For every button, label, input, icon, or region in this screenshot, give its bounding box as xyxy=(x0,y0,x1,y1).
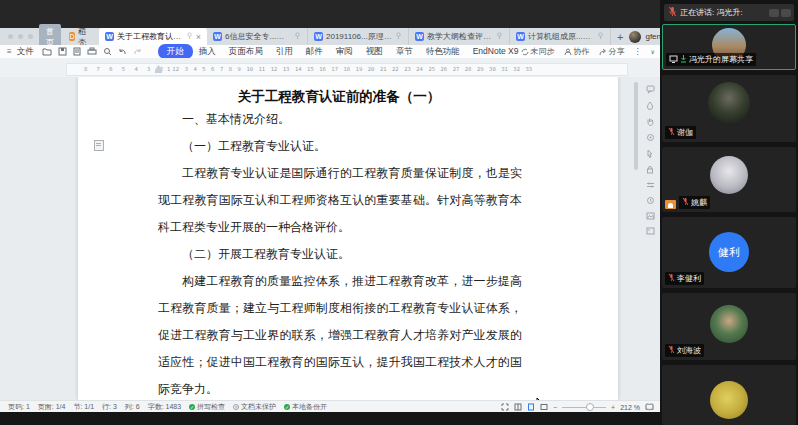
picture-tool-icon[interactable] xyxy=(646,212,655,220)
doc-tab-label: 教学大纲检查评分表.docx xyxy=(427,31,493,42)
document-protect-status[interactable]: × 文档未保护 xyxy=(233,402,276,412)
export-pdf-icon[interactable] xyxy=(73,47,81,56)
ribbon-tab-page-layout[interactable]: 页面布局 xyxy=(229,46,263,58)
zoom-in-button[interactable]: + xyxy=(611,404,615,411)
mic-muted-icon xyxy=(682,197,689,208)
quick-access-toolbar xyxy=(42,47,142,56)
mic-muted-icon xyxy=(668,6,677,19)
doc-line: 一、基本情况介绍。 xyxy=(158,111,522,128)
doc-tab[interactable]: W 6信息安全专...年度报备材料 xyxy=(207,28,308,45)
ribbon-tab-special-features[interactable]: 特色功能 xyxy=(426,46,460,58)
ribbon-tab-mailings[interactable]: 邮件 xyxy=(306,46,323,58)
host-badge-icon xyxy=(665,200,676,209)
print-layout-icon[interactable] xyxy=(527,403,535,412)
speaking-label: 正在讲话: 冯光升: xyxy=(680,7,743,18)
ribbon-tab-endnote[interactable]: EndNote X9 xyxy=(473,46,519,58)
pin-icon[interactable] xyxy=(294,32,301,41)
ribbon-tab-references[interactable]: 引用 xyxy=(276,46,293,58)
ribbon-tab-review[interactable]: 审阅 xyxy=(336,46,353,58)
local-backup-status[interactable]: ✓ 本地备份开 xyxy=(284,402,327,412)
status-line: 行: 3 xyxy=(102,402,117,412)
web-layout-icon[interactable] xyxy=(540,403,548,412)
doc-line: 工程教育质量；建立与工程师制度相衔接的工程教育专业认证体系， xyxy=(158,300,522,316)
writer-doc-icon: W xyxy=(105,32,114,41)
pin-icon[interactable] xyxy=(395,32,402,41)
print-preview-icon[interactable] xyxy=(103,47,112,56)
locate-icon[interactable] xyxy=(646,133,655,142)
participant-avatar xyxy=(710,381,748,419)
participant-tile[interactable]: 谢伽 xyxy=(662,75,796,142)
redo-icon[interactable] xyxy=(133,48,142,56)
window-control-dots[interactable] xyxy=(8,34,33,39)
participant-avatar xyxy=(710,305,748,343)
fullscreen-icon[interactable] xyxy=(501,403,509,412)
undo-icon[interactable] xyxy=(118,48,127,56)
horizontal-ruler[interactable]: 8 7 6 5 4 3 2 1 1 2 3 4 5 6 7 8 9 10 11 … xyxy=(0,58,660,77)
highlighter-icon[interactable] xyxy=(646,101,654,110)
ruler-strip: 8 7 6 5 4 3 2 1 1 2 3 4 5 6 7 8 9 10 11 … xyxy=(66,63,628,76)
select-pointer-icon[interactable] xyxy=(646,149,654,158)
share-letterbox-top xyxy=(0,0,660,28)
participant-tile[interactable]: 刘海波 xyxy=(662,293,796,360)
doc-line: 构建工程教育的质量监控体系，推进工程教育改革，进一步提高 xyxy=(158,273,522,289)
lock-icon[interactable] xyxy=(646,165,654,174)
ribbon-tab-section[interactable]: 章节 xyxy=(396,46,413,58)
menu-bar: ≡ 文件 开始 插入 页面布局 引用 邮件 审阅 视图 章节 特色功能 xyxy=(0,45,660,59)
collaborate-icon xyxy=(564,48,572,56)
spell-check-status[interactable]: ✓ 拼写检查 xyxy=(189,402,225,412)
menu-file[interactable]: 文件 xyxy=(17,46,34,58)
doc-line: 促进工程教育与工业界的联系，增强工程教育人才培养对产业发展的 xyxy=(158,327,522,343)
collapse-ribbon-icon[interactable]: ∨ xyxy=(651,48,655,55)
mic-muted-icon xyxy=(668,345,675,356)
layout-toggle-icons[interactable] xyxy=(769,9,791,17)
save-icon[interactable] xyxy=(58,47,67,56)
mic-muted-icon xyxy=(668,273,675,284)
participant-avatar: 健利 xyxy=(709,232,749,272)
history-icon[interactable] xyxy=(646,196,655,205)
more-menu-icon[interactable]: ⋮ xyxy=(634,47,642,56)
open-icon[interactable] xyxy=(42,47,52,56)
hand-tool-icon[interactable] xyxy=(646,117,655,126)
screenshot-tool-icon[interactable] xyxy=(646,227,655,235)
zoom-slider[interactable] xyxy=(562,407,606,408)
participant-name-label: 刘海波 xyxy=(665,344,704,357)
participant-tile[interactable] xyxy=(662,365,796,425)
close-icon[interactable]: × xyxy=(196,32,201,42)
vertical-scrollbar[interactable] xyxy=(634,82,638,170)
share-button[interactable]: 分享 xyxy=(599,46,625,57)
zoom-level[interactable]: 212 % xyxy=(620,404,640,411)
hamburger-icon[interactable]: ≡ xyxy=(7,47,12,56)
doc-tab[interactable]: W 20191106...原理-教学大纲 xyxy=(308,28,409,45)
ribbon-tab-home[interactable]: 开始 xyxy=(158,44,193,59)
doc-tab-active[interactable]: W 关于工程教育认证前的准备 × xyxy=(99,28,207,45)
comment-marker-icon[interactable] xyxy=(94,140,104,151)
document-area[interactable]: 关于工程教育认证前的准备（一） 一、基本情况介绍。 （一）工程教育专业认证。 工… xyxy=(0,77,660,400)
participant-avatar xyxy=(710,156,748,194)
collaborate-button[interactable]: 协作 xyxy=(564,46,590,57)
sync-icon xyxy=(521,48,529,56)
comment-tool-icon[interactable] xyxy=(646,85,655,94)
participant-tile-screenshare[interactable]: 冯光升的屏幕共享 xyxy=(662,24,796,70)
pin-icon[interactable] xyxy=(496,32,503,41)
doc-tab[interactable]: W 计算机组成原...情况评价报告 xyxy=(510,28,611,45)
zoom-slider-knob[interactable] xyxy=(586,403,594,411)
doc-line: （二）开展工程教育专业认证。 xyxy=(158,246,522,263)
print-icon[interactable] xyxy=(87,47,97,56)
status-word-count[interactable]: 字数: 1483 xyxy=(148,402,181,412)
new-tab-button[interactable]: + xyxy=(617,31,623,43)
adjust-settings-icon[interactable] xyxy=(646,181,655,189)
pin-icon[interactable] xyxy=(186,32,193,41)
doc-line: 科工程类专业开展的一种合格评价。 xyxy=(158,219,522,236)
ribbon-tab-view[interactable]: 视图 xyxy=(366,46,383,58)
zoom-out-button[interactable]: − xyxy=(553,404,557,411)
participant-tile[interactable]: 健利 李健利 xyxy=(662,217,796,288)
screen-share-icon xyxy=(669,55,678,65)
page-fit-icon[interactable] xyxy=(645,403,654,412)
participant-tile[interactable]: 姚麒 xyxy=(662,147,796,212)
read-layout-icon[interactable] xyxy=(514,403,522,412)
user-avatar xyxy=(629,31,641,43)
sync-status-button[interactable]: 未同步 xyxy=(521,46,555,57)
pin-icon[interactable] xyxy=(597,32,604,41)
ribbon-tab-insert[interactable]: 插入 xyxy=(199,46,216,58)
doc-tab[interactable]: W 教学大纲检查评分表.docx xyxy=(409,28,510,45)
